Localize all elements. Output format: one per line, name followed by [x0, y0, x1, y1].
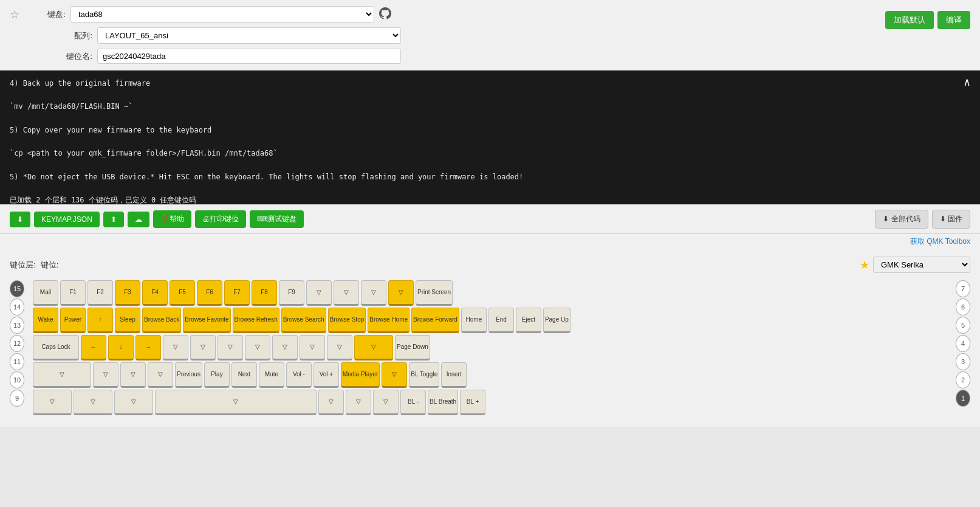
right-layer-num-6[interactable]: 6	[956, 298, 970, 316]
key-row2-10[interactable]: Browse Forward	[411, 308, 459, 333]
key-row2-7[interactable]: Browse Search	[281, 308, 326, 333]
left-layer-num-13[interactable]: 13	[10, 317, 24, 334]
key-row1-5[interactable]: F5	[170, 280, 195, 306]
print-button[interactable]: 🖨打印键位	[195, 210, 246, 228]
key-row2-5[interactable]: Browse Favorite	[183, 308, 230, 333]
key-row3-4[interactable]: ▽	[163, 335, 188, 360]
keymap-json-button[interactable]: KEYMAP.JSON	[34, 212, 100, 227]
key-row2-12[interactable]: End	[488, 308, 514, 333]
key-row4-11[interactable]: ▽	[382, 362, 407, 388]
key-row2-4[interactable]: Browse Back	[142, 308, 181, 333]
key-row5-3[interactable]: ▽	[155, 390, 317, 415]
key-row3-7[interactable]: ▽	[245, 335, 270, 360]
key-row1-14[interactable]: Print Screen	[416, 280, 453, 306]
key-row2-1[interactable]: Power	[60, 308, 86, 333]
key-row1-9[interactable]: F9	[279, 280, 304, 306]
key-row3-12[interactable]: Page Down	[395, 335, 430, 360]
theme-star-icon[interactable]: ★	[860, 258, 869, 272]
firmware-button[interactable]: ⬇ 固件	[932, 210, 970, 229]
key-row3-11[interactable]: ▽	[354, 335, 393, 360]
key-row4-0[interactable]: ▽	[33, 362, 91, 388]
key-row5-8[interactable]: BL Breath	[428, 390, 458, 415]
keyname-input[interactable]	[97, 49, 401, 64]
key-row2-2[interactable]: ↑	[87, 308, 113, 333]
key-row4-10[interactable]: Media Player	[341, 362, 380, 388]
key-row1-2[interactable]: F2	[87, 280, 113, 306]
key-row4-3[interactable]: ▽	[148, 362, 173, 388]
key-row2-0[interactable]: Wake	[33, 308, 58, 333]
key-row3-1[interactable]: ←	[81, 335, 106, 360]
get-toolbox-link[interactable]: 获取 QMK Toolbox	[910, 237, 970, 246]
key-row5-2[interactable]: ▽	[114, 390, 153, 415]
key-row1-3[interactable]: F3	[115, 280, 140, 306]
right-layer-num-2[interactable]: 2	[956, 371, 970, 388]
favorite-star-icon[interactable]: ☆	[10, 8, 19, 21]
left-layer-num-9[interactable]: 9	[10, 390, 24, 407]
key-row1-0[interactable]: Mail	[33, 280, 58, 306]
download-icon-button[interactable]: ⬇	[10, 212, 30, 227]
key-row5-5[interactable]: ▽	[346, 390, 371, 415]
key-row4-2[interactable]: ▽	[120, 362, 146, 388]
left-layer-num-12[interactable]: 12	[10, 335, 24, 352]
test-keyboard-button[interactable]: ⌨测试键盘	[250, 210, 304, 228]
key-row3-2[interactable]: ↓	[108, 335, 134, 360]
terminal-collapse-button[interactable]: ∧	[964, 75, 970, 89]
right-layer-num-5[interactable]: 5	[956, 317, 970, 334]
left-layer-num-10[interactable]: 10	[10, 371, 24, 388]
key-row3-6[interactable]: ▽	[218, 335, 243, 360]
key-row5-7[interactable]: BL -	[400, 390, 426, 415]
key-row4-1[interactable]: ▽	[93, 362, 118, 388]
key-row5-0[interactable]: ▽	[33, 390, 72, 415]
left-layer-num-11[interactable]: 11	[10, 353, 24, 370]
left-layer-num-14[interactable]: 14	[10, 298, 24, 316]
key-row3-8[interactable]: ▽	[272, 335, 298, 360]
key-row3-3[interactable]: →	[135, 335, 161, 360]
key-row4-6[interactable]: Next	[231, 362, 257, 388]
key-row2-8[interactable]: Browse Stop	[328, 308, 366, 333]
left-layer-num-15[interactable]: 15	[10, 280, 24, 297]
cloud-upload-button[interactable]: ☁	[128, 212, 149, 227]
key-row4-4[interactable]: Previous	[175, 362, 202, 388]
key-row2-11[interactable]: Home	[461, 308, 487, 333]
key-row4-9[interactable]: Vol +	[314, 362, 339, 388]
key-row2-13[interactable]: Eject	[516, 308, 541, 333]
key-row4-7[interactable]: Mute	[259, 362, 284, 388]
right-layer-num-7[interactable]: 7	[956, 280, 970, 297]
github-icon[interactable]	[379, 7, 391, 21]
compile-button[interactable]: 编译	[937, 11, 970, 29]
key-row5-1[interactable]: ▽	[74, 390, 112, 415]
upload-button[interactable]: ⬆	[103, 212, 124, 227]
key-row1-12[interactable]: ▽	[361, 280, 386, 306]
key-row2-6[interactable]: Browse Refresh	[233, 308, 279, 333]
key-row1-1[interactable]: F1	[60, 280, 86, 306]
key-row2-9[interactable]: Browse Home	[368, 308, 409, 333]
key-row4-12[interactable]: BL Toggle	[409, 362, 439, 388]
all-code-button[interactable]: ⬇ 全部代码	[875, 210, 928, 229]
key-row1-13[interactable]: ▽	[388, 280, 414, 306]
layout-select[interactable]: LAYOUT_65_ansi	[97, 27, 401, 44]
key-row3-5[interactable]: ▽	[190, 335, 216, 360]
keyboard-select[interactable]: tada68	[70, 6, 374, 22]
right-layer-num-1[interactable]: 1	[956, 390, 970, 407]
key-row1-10[interactable]: ▽	[306, 280, 332, 306]
right-layer-num-3[interactable]: 3	[956, 353, 970, 370]
key-row1-7[interactable]: F7	[224, 280, 250, 306]
key-row2-14[interactable]: Page Up	[543, 308, 571, 333]
theme-select[interactable]: GMK Serika GMK Arctic GMK Carbon Default	[873, 257, 970, 273]
key-row2-3[interactable]: Sleep	[115, 308, 140, 333]
key-row4-8[interactable]: Vol -	[286, 362, 312, 388]
load-default-button[interactable]: 加载默认	[885, 11, 934, 29]
key-row1-11[interactable]: ▽	[334, 280, 359, 306]
key-row1-4[interactable]: F4	[142, 280, 168, 306]
key-row5-4[interactable]: ▽	[318, 390, 344, 415]
key-row5-9[interactable]: BL +	[460, 390, 485, 415]
key-row3-10[interactable]: ▽	[327, 335, 352, 360]
key-row5-6[interactable]: ▽	[373, 390, 399, 415]
key-row1-8[interactable]: F8	[252, 280, 277, 306]
key-row4-13[interactable]: Insert	[441, 362, 467, 388]
help-button[interactable]: ❓帮助	[153, 210, 191, 228]
key-row1-6[interactable]: F6	[197, 280, 222, 306]
key-row3-9[interactable]: ▽	[300, 335, 325, 360]
right-layer-num-4[interactable]: 4	[956, 335, 970, 352]
key-row4-5[interactable]: Play	[204, 362, 230, 388]
